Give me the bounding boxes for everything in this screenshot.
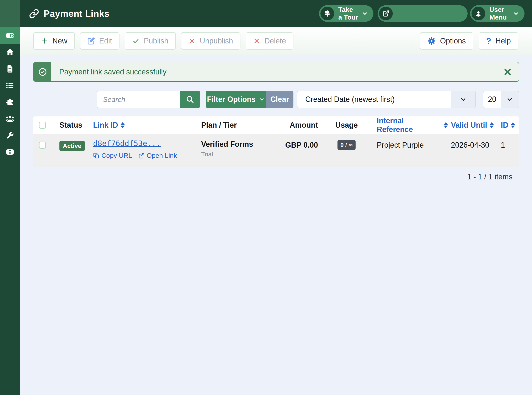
- new-button[interactable]: New: [33, 32, 75, 50]
- success-alert: Payment link saved successfully: [33, 62, 519, 82]
- sort-order-value: Created Date (newest first): [297, 95, 451, 104]
- header-usage: Usage: [321, 121, 372, 130]
- unpublish-button-label: Unpublish: [200, 37, 233, 45]
- check-icon: [132, 37, 140, 45]
- external-link-icon: [138, 153, 145, 159]
- page-size-select[interactable]: 20: [483, 91, 519, 108]
- plan-tier: Trial: [201, 151, 280, 158]
- users-icon: [5, 114, 15, 123]
- sort-icon: [511, 122, 515, 128]
- header-id-label: ID: [501, 121, 508, 130]
- user-menu-button[interactable]: User Menu: [470, 5, 525, 22]
- take-a-tour-label: Take a Tour: [338, 6, 358, 21]
- row-valid-until-cell: 2026-04-30: [448, 134, 497, 167]
- take-a-tour-button[interactable]: Take a Tour: [319, 5, 374, 22]
- chevron-down-icon: [513, 10, 519, 17]
- sidebar-item-users[interactable]: [0, 110, 20, 127]
- document-icon: [6, 65, 14, 73]
- delete-button[interactable]: Delete: [246, 32, 293, 50]
- external-link-icon: [379, 7, 393, 20]
- row-internal-reference-cell: Project Purple: [372, 134, 448, 167]
- signpost-icon: [320, 7, 334, 20]
- search-input[interactable]: [97, 91, 180, 108]
- page-title: Payment Links: [44, 9, 109, 19]
- search-button[interactable]: [180, 91, 200, 108]
- user-avatar-icon: [472, 7, 485, 20]
- filter-options-button[interactable]: Filter Options: [206, 91, 266, 108]
- plus-icon: [41, 37, 48, 45]
- toolbar: New Edit Publish Unpublish Delete: [20, 27, 532, 55]
- edit-button-label: Edit: [99, 37, 112, 45]
- sidebar-item-list[interactable]: [0, 77, 20, 94]
- sidebar-item-payment-links[interactable]: [0, 27, 20, 44]
- row-checkbox[interactable]: [39, 142, 46, 149]
- sidebar-item-tools[interactable]: [0, 127, 20, 144]
- question-mark-icon: ?: [486, 36, 491, 46]
- table-row: Active d8ef76ddf53e... Copy URL Open Lin…: [33, 134, 519, 167]
- status-badge: Active: [60, 141, 85, 151]
- options-button-label: Options: [440, 37, 466, 45]
- list-icon: [5, 81, 14, 90]
- sidebar-item-home[interactable]: [0, 44, 20, 60]
- select-all-checkbox[interactable]: [39, 122, 46, 129]
- table-header-row: Status Link ID Plan / Tier Amount Usage …: [33, 116, 519, 134]
- header-id[interactable]: ID: [497, 121, 519, 130]
- chevron-down-icon: [259, 96, 265, 102]
- sidebar: [0, 0, 20, 395]
- header-valid-until-label: Valid Until: [451, 121, 487, 130]
- filter-row: Filter Options Clear Created Date (newes…: [33, 91, 519, 108]
- chevron-down-icon: [501, 91, 519, 108]
- close-icon[interactable]: [503, 68, 512, 76]
- copy-url-label: Copy URL: [101, 152, 132, 159]
- copy-icon: [93, 153, 99, 159]
- clear-button-label: Clear: [270, 95, 289, 104]
- valid-until-value: 2026-04-30: [451, 141, 497, 149]
- copy-url-link[interactable]: Copy URL: [93, 152, 132, 159]
- clear-button[interactable]: Clear: [266, 91, 293, 108]
- plan-name: Verified Forms: [201, 140, 280, 149]
- open-site-button[interactable]: [378, 5, 467, 22]
- home-icon: [5, 48, 14, 56]
- row-select-cell: [33, 134, 52, 167]
- alert-message: Payment link saved successfully: [59, 68, 166, 76]
- chevron-down-icon: [451, 91, 475, 108]
- link-id-link[interactable]: d8ef76ddf53e...: [93, 139, 161, 148]
- header-status: Status: [52, 121, 85, 130]
- unpublish-button[interactable]: Unpublish: [181, 32, 240, 50]
- header-link-id[interactable]: Link ID: [85, 121, 193, 130]
- sidebar-item-documents[interactable]: [0, 60, 20, 77]
- header-internal-reference[interactable]: Internal Reference: [372, 116, 448, 134]
- publish-button[interactable]: Publish: [125, 32, 176, 50]
- open-link-link[interactable]: Open Link: [138, 152, 177, 159]
- edit-button[interactable]: Edit: [80, 32, 119, 50]
- new-button-label: New: [52, 37, 67, 45]
- row-id-cell: 1: [497, 134, 519, 167]
- payment-links-table: Status Link ID Plan / Tier Amount Usage …: [33, 116, 519, 167]
- sort-order-select[interactable]: Created Date (newest first): [297, 91, 476, 108]
- sidebar-item-info[interactable]: [0, 144, 20, 160]
- row-status-cell: Active: [52, 134, 85, 167]
- row-usage-cell: 0 / ∞: [321, 134, 372, 167]
- options-button[interactable]: Options: [420, 32, 473, 50]
- row-link-id-cell: d8ef76ddf53e... Copy URL Open Link: [85, 134, 193, 167]
- sidebar-item-integrations[interactable]: [0, 94, 20, 110]
- header-valid-until[interactable]: Valid Until: [448, 121, 497, 130]
- x-icon: [189, 38, 195, 44]
- internal-reference-value: Project Purple: [377, 141, 448, 149]
- row-amount-cell: GBP 0.00: [280, 134, 321, 167]
- wrench-icon: [6, 131, 14, 139]
- open-link-label: Open Link: [147, 152, 177, 159]
- pagination-summary: 1 - 1 / 1 items: [467, 173, 512, 181]
- help-button[interactable]: ? Help: [479, 32, 518, 50]
- toggle-icon: [5, 31, 15, 40]
- usage-badge: 0 / ∞: [337, 140, 356, 150]
- header-amount: Amount: [280, 121, 321, 130]
- alert-icon-block: [34, 62, 51, 81]
- gear-icon: [428, 37, 436, 45]
- user-menu-label: User Menu: [489, 6, 510, 21]
- id-value: 1: [501, 141, 519, 149]
- puzzle-icon: [5, 98, 14, 106]
- row-plan-cell: Verified Forms Trial: [193, 134, 280, 167]
- filter-group: Filter Options Clear: [206, 91, 293, 108]
- page-size-value: 20: [483, 95, 501, 104]
